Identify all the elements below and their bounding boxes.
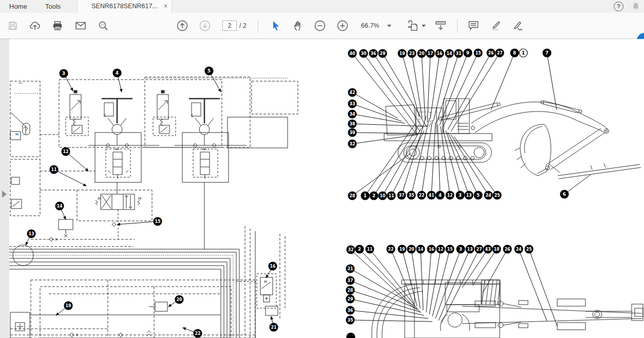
svg-text:5: 5 — [207, 68, 211, 73]
svg-text:25: 25 — [526, 247, 532, 252]
svg-text:3: 3 — [459, 193, 462, 198]
page-fit-caret-icon[interactable] — [422, 25, 426, 27]
zoom-in-icon[interactable] — [337, 20, 348, 31]
zoom-level-value[interactable]: 66.7% — [361, 13, 379, 39]
highlight-icon[interactable] — [490, 21, 502, 31]
svg-text:35: 35 — [347, 318, 353, 323]
svg-text:8: 8 — [513, 50, 516, 55]
svg-text:15: 15 — [447, 247, 453, 252]
cloud-upload-icon[interactable] — [30, 21, 41, 30]
tab-bar: Home Tools SENR6178SENR617... × ? — [0, 0, 644, 13]
close-icon[interactable]: × — [164, 0, 167, 13]
email-icon[interactable] — [75, 22, 86, 30]
svg-text:12: 12 — [63, 149, 68, 154]
page-count-label: / 2 — [239, 13, 247, 39]
svg-text:13: 13 — [467, 247, 472, 252]
svg-text:26: 26 — [504, 247, 510, 252]
svg-text:36: 36 — [370, 51, 376, 56]
svg-text:13: 13 — [466, 193, 471, 198]
svg-text:28: 28 — [347, 288, 353, 293]
svg-text:34: 34 — [349, 112, 355, 117]
svg-text:22: 22 — [195, 331, 200, 336]
zoom-out-icon[interactable] — [314, 20, 326, 31]
document-tab-label: SENR6178SENR617... — [91, 3, 158, 10]
svg-text:3: 3 — [62, 71, 65, 76]
svg-text:4: 4 — [116, 70, 119, 76]
svg-text:2: 2 — [372, 193, 375, 198]
svg-text:14: 14 — [56, 204, 63, 209]
svg-text:18: 18 — [494, 247, 500, 252]
svg-text:29: 29 — [380, 51, 386, 56]
svg-text:11: 11 — [367, 247, 373, 252]
svg-text:19: 19 — [65, 304, 71, 308]
tab-home[interactable]: Home — [9, 0, 27, 13]
svg-text:15: 15 — [155, 219, 161, 224]
svg-text:19: 19 — [399, 247, 405, 252]
svg-text:M: M — [15, 133, 18, 137]
svg-text:27: 27 — [497, 51, 502, 55]
svg-text:22: 22 — [388, 247, 393, 252]
svg-text:29: 29 — [347, 297, 353, 302]
svg-text:22: 22 — [419, 193, 424, 198]
svg-text:M: M — [264, 280, 267, 284]
document-canvas[interactable]: 3451112131415161920212240303629192320171… — [0, 39, 644, 338]
svg-text:21: 21 — [347, 267, 353, 271]
svg-text:30: 30 — [361, 51, 367, 56]
svg-text:11: 11 — [51, 167, 57, 172]
help-icon[interactable]: ? — [614, 2, 623, 11]
page-down-icon[interactable] — [199, 20, 211, 31]
svg-text:13: 13 — [28, 232, 34, 236]
svg-text:27: 27 — [476, 247, 482, 252]
svg-text:4: 4 — [439, 193, 442, 198]
svg-text:36: 36 — [347, 308, 353, 313]
scroll-mode-icon[interactable] — [435, 21, 446, 31]
svg-text:40: 40 — [349, 51, 355, 56]
svg-text:17: 17 — [427, 51, 433, 56]
svg-text:20: 20 — [408, 247, 414, 252]
comment-icon[interactable] — [468, 21, 479, 31]
svg-text:12: 12 — [447, 193, 452, 198]
svg-text:16: 16 — [428, 247, 434, 252]
svg-text:38: 38 — [349, 122, 355, 126]
svg-text:14: 14 — [446, 51, 452, 56]
search-icon[interactable] — [98, 21, 108, 31]
page-fit-icon[interactable] — [407, 20, 419, 31]
zoom-dropdown-caret-icon[interactable] — [387, 25, 391, 27]
print-icon[interactable] — [53, 21, 63, 30]
svg-text:37: 37 — [347, 278, 353, 283]
svg-text:12: 12 — [438, 247, 443, 252]
svg-text:11: 11 — [388, 194, 394, 198]
svg-text:6: 6 — [563, 192, 566, 197]
toolbar-divider — [457, 18, 458, 33]
svg-text:24: 24 — [516, 247, 522, 252]
svg-text:20: 20 — [419, 51, 425, 56]
svg-text:31: 31 — [456, 51, 462, 56]
svg-text:7: 7 — [545, 50, 548, 55]
svg-text:23: 23 — [409, 51, 414, 56]
svg-text:39: 39 — [349, 130, 355, 135]
svg-text:15: 15 — [475, 51, 481, 55]
svg-text:28: 28 — [349, 194, 355, 198]
svg-text:M: M — [138, 197, 141, 201]
svg-text:41: 41 — [428, 193, 434, 198]
svg-text:9: 9 — [466, 50, 469, 55]
svg-text:35: 35 — [408, 193, 414, 198]
main-toolbar: / 2 66.7% — [0, 13, 644, 39]
svg-text:16: 16 — [437, 51, 443, 56]
select-tool-icon[interactable] — [271, 21, 280, 31]
hand-tool-icon[interactable] — [293, 21, 303, 31]
svg-text:3: 3 — [459, 247, 462, 252]
svg-text:1: 1 — [364, 193, 367, 198]
svg-text:37: 37 — [399, 193, 404, 198]
page-up-icon[interactable] — [177, 20, 188, 31]
notification-bell-icon[interactable] — [632, 2, 640, 11]
tab-document[interactable]: SENR6178SENR617... × — [77, 0, 172, 13]
svg-text:42: 42 — [349, 90, 355, 95]
svg-text:24: 24 — [485, 193, 491, 198]
tab-tools[interactable]: Tools — [45, 0, 61, 13]
svg-text:25: 25 — [494, 193, 500, 198]
fill-sign-icon[interactable] — [513, 21, 525, 31]
page-number-input[interactable] — [222, 21, 237, 31]
svg-text:32: 32 — [348, 248, 353, 252]
save-icon[interactable] — [8, 21, 17, 30]
